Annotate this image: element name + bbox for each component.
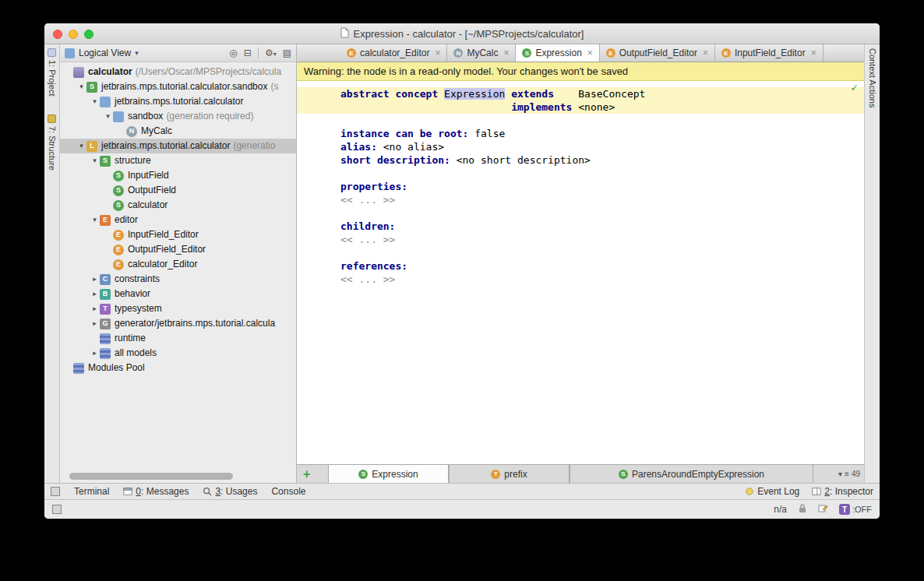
chevron-down-icon[interactable]: ▾	[838, 470, 842, 478]
tree-label: OutputField	[128, 183, 176, 198]
code-line[interactable]	[297, 167, 864, 180]
close-window-button[interactable]	[53, 30, 62, 39]
toolwindow-button-context-actions[interactable]: Context Actions	[865, 44, 880, 107]
more-tabs-control[interactable]: ▾ ≡ 49	[838, 465, 864, 483]
concept-icon: S	[113, 185, 124, 196]
editor-tab[interactable]: EOutputField_Editor×	[600, 44, 715, 62]
code-line[interactable]: << ... >>	[297, 273, 864, 286]
view-selector[interactable]: Logical View	[79, 48, 131, 58]
node-tab[interactable]: Tprefix	[449, 465, 570, 483]
code-line[interactable]: short description: <no short description…	[297, 153, 864, 167]
chevron-down-icon[interactable]: ▾	[135, 49, 139, 57]
tab-label: calculator_Editor	[360, 48, 429, 58]
code-line[interactable]	[297, 114, 864, 127]
tree-row[interactable]: ▸Ttypesystem	[60, 301, 296, 316]
close-icon[interactable]: ×	[587, 48, 593, 58]
toolwindow-button-project[interactable]: 1: Project	[44, 44, 59, 96]
code-line[interactable]: abstract concept Expression extends Base…	[297, 87, 864, 100]
editor-tab[interactable]: EInputField_Editor×	[715, 44, 823, 62]
toolwindow-button-structure[interactable]: 7: Structure	[44, 114, 59, 171]
tree-row[interactable]: ▸all models	[60, 346, 296, 361]
concept-icon: S	[619, 470, 628, 479]
tree-expanded-icon[interactable]: ▾	[76, 79, 86, 94]
toolwindow-button-console[interactable]: Console	[271, 486, 305, 497]
tree-collapsed-icon[interactable]: ▸	[90, 346, 100, 361]
tree-expanded-icon[interactable]: ▾	[90, 153, 100, 168]
concept-editor[interactable]: ✓ abstract concept Expression extends Ba…	[297, 81, 864, 464]
code-line[interactable]: alias: <no alias>	[297, 140, 864, 153]
tree-collapsed-icon[interactable]: ▸	[90, 301, 100, 316]
tree-row[interactable]: SOutputField	[60, 183, 296, 198]
locate-icon[interactable]: ◎	[229, 48, 237, 58]
code-line[interactable]	[297, 206, 864, 220]
tree-row[interactable]: ▸Bbehavior	[60, 287, 296, 301]
concept-icon: S	[522, 48, 531, 58]
inspector-icon	[812, 487, 821, 497]
tree-expanded-icon[interactable]: ▾	[90, 213, 100, 227]
tree-row[interactable]: ▾Eeditor	[60, 213, 296, 227]
tree-row[interactable]: Modules Pool	[60, 361, 296, 375]
code-segment: << ... >>	[340, 194, 395, 206]
tree-expanded-icon[interactable]: ▾	[90, 94, 100, 109]
zoom-window-button[interactable]	[84, 30, 93, 39]
tree-row[interactable]: NMyCalc	[60, 124, 296, 139]
node-tab[interactable]: SParensAroundEmptyExpression	[570, 465, 813, 483]
collapse-all-icon[interactable]: ⊟	[244, 48, 252, 58]
tree-row[interactable]: calculator (/Users/Oscar/MPSProjects/cal…	[60, 65, 296, 79]
tree-row[interactable]: ▸Ggenerator/jetbrains.mps.tutorial.calcu…	[60, 316, 296, 331]
write-access-icon[interactable]	[818, 503, 828, 516]
tree-collapsed-icon[interactable]: ▸	[90, 287, 100, 301]
tree-row[interactable]: ▾Sjetbrains.mps.tutorial.calculator.sand…	[60, 79, 296, 94]
tree-row[interactable]: ▾Sstructure	[60, 153, 296, 168]
tree-row[interactable]: SInputField	[60, 168, 296, 183]
toolwindow-button-eventlog[interactable]: Event Log	[745, 486, 799, 497]
tree-expanded-icon[interactable]: ▾	[103, 109, 113, 124]
tree-row[interactable]: Ecalculator_Editor	[60, 257, 296, 272]
tree-row[interactable]: Scalculator	[60, 198, 296, 213]
tree-collapsed-icon[interactable]: ▸	[90, 272, 100, 287]
horizontal-scrollbar[interactable]	[69, 473, 233, 480]
toolwindow-button-3usages[interactable]: 3: Usages	[203, 486, 257, 497]
tree-row[interactable]: ▾Ljetbrains.mps.tutorial.calculator (gen…	[60, 139, 296, 153]
toolwindow-button-2inspector[interactable]: 2: Inspector	[812, 486, 873, 497]
code-segment: <no short description>	[457, 154, 591, 166]
tree-row[interactable]: ▾sandbox (generation required)	[60, 109, 296, 124]
close-icon[interactable]: ×	[503, 48, 509, 58]
editor-tab[interactable]: SExpression×	[516, 44, 599, 62]
code-line[interactable]: instance can be root: false	[297, 127, 864, 140]
code-line[interactable]	[297, 246, 864, 259]
tree-collapsed-icon[interactable]: ▸	[90, 316, 100, 331]
statusbar-toggle-icon[interactable]	[52, 505, 62, 514]
code-line[interactable]: children:	[297, 220, 864, 233]
tree-row[interactable]: EInputField_Editor	[60, 227, 296, 242]
node-tab[interactable]: SExpression	[328, 465, 449, 483]
close-icon[interactable]: ×	[811, 48, 816, 58]
toolwindow-button-terminal[interactable]: Terminal	[74, 486, 109, 497]
tree-row[interactable]: EOutputField_Editor	[60, 242, 296, 257]
tab-list-icon[interactable]: ≡	[845, 470, 849, 478]
hide-panel-icon[interactable]: ▤	[283, 48, 291, 58]
typing-mode-toggle[interactable]: T :OFF	[839, 504, 872, 515]
toolwindow-switcher-icon[interactable]	[51, 487, 60, 496]
editor-tab[interactable]: NMyCalc×	[447, 44, 516, 62]
code-line[interactable]: references:	[297, 259, 864, 273]
tree-label: editor	[115, 213, 138, 227]
minimize-window-button[interactable]	[69, 30, 78, 39]
mnemonic: 0	[136, 486, 141, 497]
editor-tab[interactable]: Ecalculator_Editor×	[340, 44, 447, 62]
close-icon[interactable]: ×	[703, 48, 708, 58]
tab-label: ParensAroundEmptyExpression	[632, 469, 764, 480]
settings-gear-icon[interactable]: ⚙▾	[265, 48, 277, 58]
toolwindow-button-0messages[interactable]: 0: Messages	[123, 486, 189, 497]
add-node-tab-icon[interactable]: +	[302, 465, 328, 483]
lock-icon[interactable]	[798, 503, 807, 516]
code-line[interactable]: << ... >>	[297, 193, 864, 206]
close-icon[interactable]: ×	[435, 48, 440, 58]
tree-row[interactable]: ▸Cconstraints	[60, 272, 296, 287]
code-line[interactable]: implements <none>	[297, 100, 864, 114]
code-line[interactable]: properties:	[297, 180, 864, 193]
tree-expanded-icon[interactable]: ▾	[76, 139, 86, 153]
tree-row[interactable]: runtime	[60, 331, 296, 346]
tree-row[interactable]: ▾jetbrains.mps.tutorial.calculator	[60, 94, 296, 109]
code-line[interactable]: << ... >>	[297, 233, 864, 246]
